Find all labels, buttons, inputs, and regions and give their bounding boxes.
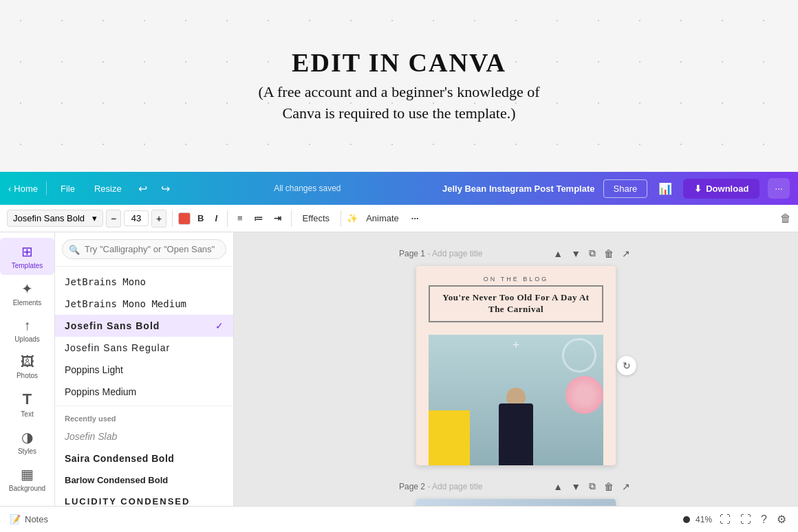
font-size-control: − + <box>106 210 166 228</box>
font-list: JetBrains Mono JetBrains Mono Medium Jos… <box>55 267 233 506</box>
sidebar-item-text[interactable]: T Text <box>0 385 54 423</box>
undo-button[interactable]: ↩ <box>136 179 150 198</box>
page-2-header: Page 2 - Add page title ▲ ▼ ⧉ 🗑 ↗ <box>399 479 633 494</box>
page-1-controls: ▲ ▼ ⧉ 🗑 ↗ <box>550 246 633 261</box>
zoom-percentage: 41% <box>695 515 712 524</box>
more-options-button[interactable]: ··· <box>768 178 790 199</box>
page2-down-button[interactable]: ▼ <box>568 479 583 494</box>
sidebar-item-photos[interactable]: 🖼 Photos <box>0 348 54 385</box>
sidebar-item-background[interactable]: ▦ Background <box>0 461 54 498</box>
page-copy-button[interactable]: ⧉ <box>586 246 598 261</box>
font-item-jetbrains-mono[interactable]: JetBrains Mono <box>55 271 233 293</box>
font-name: Josefin Slab <box>65 431 117 442</box>
list-button[interactable]: ≔ <box>250 210 267 226</box>
search-icon: 🔍 <box>69 244 80 254</box>
templates-icon: ⊞ <box>21 243 33 260</box>
page-1-label: Page 1 - Add page title <box>399 249 545 258</box>
font-divider <box>55 406 233 406</box>
share-button[interactable]: Share <box>603 179 648 198</box>
sidebar-item-uploads[interactable]: ↑ Uploads <box>0 312 54 348</box>
font-name: Barlow Condensed Bold <box>65 475 168 485</box>
fit-screen-button[interactable]: ⛶ <box>718 511 733 528</box>
font-item-josefin-bold[interactable]: Josefin Sans Bold ✓ <box>55 315 233 337</box>
page-share-button[interactable]: ↗ <box>619 246 633 261</box>
font-item-poppins-light[interactable]: Poppins Light <box>55 359 233 381</box>
font-search-container: 🔍 <box>55 232 233 267</box>
canvas-area: Page 1 - Add page title ▲ ▼ ⧉ 🗑 ↗ ON THE… <box>234 232 798 506</box>
page-up-button[interactable]: ▲ <box>550 246 565 261</box>
page2-up-button[interactable]: ▲ <box>550 479 565 494</box>
sidebar-label-uploads: Uploads <box>14 335 40 343</box>
sidebar-label-background: Background <box>9 485 45 492</box>
font-search-input[interactable] <box>62 239 226 259</box>
font-item-saira-condensed-bold[interactable]: Saira Condensed Bold <box>55 447 233 469</box>
back-home-button[interactable]: ‹ Home <box>8 184 38 194</box>
font-name: Josefin Sans Regular <box>65 342 170 353</box>
effects-button[interactable]: Effects <box>297 210 336 226</box>
person-body <box>499 403 533 465</box>
font-name: Poppins Medium <box>65 386 136 397</box>
saved-status: All changes saved <box>181 184 434 193</box>
font-size-decrease-button[interactable]: − <box>106 210 121 228</box>
editor-wrapper: ‹ Home File Resize ↩ ↪ All changes saved… <box>0 172 798 532</box>
sidebar-item-elements[interactable]: ✦ Elements <box>0 275 54 312</box>
font-item-poppins-medium[interactable]: Poppins Medium <box>55 381 233 403</box>
font-panel: 🔍 JetBrains Mono JetBrains Mono Medium J… <box>55 232 234 506</box>
uploads-icon: ↑ <box>24 318 31 333</box>
canvas-card-page2[interactable] <box>416 499 616 506</box>
canvas-image-area[interactable]: + <box>429 335 603 465</box>
file-menu-button[interactable]: File <box>55 181 80 197</box>
main-content: ⊞ Templates ✦ Elements ↑ Uploads 🖼 Photo… <box>0 232 798 506</box>
font-item-lucidity-condensed[interactable]: LUCIDITY CONDENSED <box>55 491 233 506</box>
sidebar-item-logos[interactable]: ◉ Logos <box>0 498 54 506</box>
help-button[interactable]: ? <box>759 511 769 528</box>
text-color-button[interactable] <box>178 212 191 225</box>
font-item-barlow-condensed-bold[interactable]: Barlow Condensed Bold <box>55 469 233 491</box>
sidebar-item-templates[interactable]: ⊞ Templates <box>0 238 54 275</box>
delete-button[interactable]: 🗑 <box>780 212 791 225</box>
download-button[interactable]: ⬇ Download <box>683 179 759 199</box>
redo-button[interactable]: ↪ <box>158 179 173 198</box>
indent-button[interactable]: ⇥ <box>270 210 285 226</box>
fullscreen-button[interactable]: ⛶ <box>738 511 753 528</box>
download-icon: ⬇ <box>694 184 702 194</box>
font-name: LUCIDITY CONDENSED <box>65 496 190 506</box>
canvas-plus-icon: + <box>513 338 520 353</box>
canvas-title-box[interactable]: You're Never Too Old For A Day At The Ca… <box>429 285 603 322</box>
bold-button[interactable]: B <box>193 210 208 226</box>
page2-share-button[interactable]: ↗ <box>619 479 633 494</box>
italic-button[interactable]: I <box>211 210 222 226</box>
bottom-right-controls: 41% ⛶ ⛶ ? ⚙ <box>683 511 788 528</box>
animate-button[interactable]: Animate <box>360 210 405 226</box>
canvas-card-page1[interactable]: ON THE BLOG You're Never Too Old For A D… <box>416 266 616 465</box>
separator <box>227 210 228 227</box>
page2-copy-button[interactable]: ⧉ <box>586 479 598 494</box>
align-button[interactable]: ≡ <box>233 210 247 226</box>
font-item-josefin-regular[interactable]: Josefin Sans Regular <box>55 337 233 359</box>
font-name: Poppins Light <box>65 364 123 375</box>
sidebar-item-styles[interactable]: ◑ Styles <box>0 423 54 461</box>
hero-subtitle: (A free account and a beginner's knowled… <box>259 82 540 124</box>
separator <box>341 210 341 227</box>
page-delete-button[interactable]: 🗑 <box>601 246 616 261</box>
font-item-jetbrains-medium[interactable]: JetBrains Mono Medium <box>55 293 233 315</box>
canvas-headline: You're Never Too Old For A Day At The Ca… <box>435 292 596 315</box>
refresh-canvas-button[interactable]: ↻ <box>617 356 636 375</box>
sidebar-label-text: Text <box>21 410 33 418</box>
settings-button[interactable]: ⚙ <box>775 511 788 528</box>
divider <box>46 181 47 195</box>
zoom-dot <box>683 516 690 523</box>
font-item-josefin-slab[interactable]: Josefin Slab <box>55 425 233 447</box>
page-down-button[interactable]: ▼ <box>568 246 583 261</box>
stats-icon[interactable]: 📊 <box>656 179 675 198</box>
font-family-selector[interactable]: Josefin Sans Bold ▾ <box>7 210 103 227</box>
notes-button[interactable]: 📝 Notes <box>10 514 48 524</box>
font-size-input[interactable] <box>124 210 149 226</box>
resize-button[interactable]: Resize <box>89 181 127 197</box>
page2-delete-button[interactable]: 🗑 <box>601 479 616 494</box>
chevron-left-icon: ‹ <box>8 184 11 194</box>
more-format-button[interactable]: ··· <box>407 210 423 226</box>
separator <box>291 210 292 227</box>
top-bar: ‹ Home File Resize ↩ ↪ All changes saved… <box>0 172 798 205</box>
font-size-increase-button[interactable]: + <box>151 210 166 228</box>
